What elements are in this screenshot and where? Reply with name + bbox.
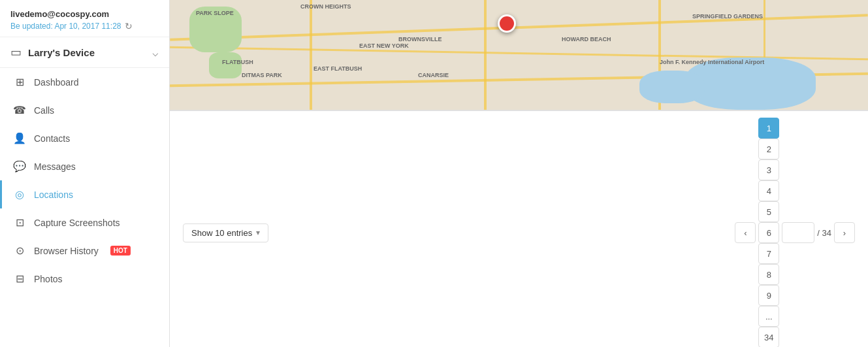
show-entries-label: Show 10 entries [191, 228, 252, 238]
nav-label-dashboard: Dashboard [34, 77, 79, 88]
device-row: ▭ Larry's Device ⌵ [0, 37, 169, 68]
show-entries-dropdown[interactable]: Show 10 entries ▾ [183, 223, 268, 242]
page-btn-6[interactable]: 6 [758, 222, 779, 243]
page-btn-1[interactable]: 1 [758, 118, 779, 139]
page-total-label: / 34 [817, 228, 831, 238]
contacts-icon: 👤 [13, 132, 26, 144]
page-btn-7[interactable]: 7 [758, 243, 779, 264]
screenshots-icon: ⊡ [13, 216, 26, 229]
page-btn-34[interactable]: 34 [758, 327, 779, 347]
browser-icon: ⊙ [13, 244, 26, 257]
nav-label-messages: Messages [34, 161, 76, 172]
map-label-eastflatbush: EAST FLATBUSH [313, 65, 362, 72]
nav-label-browser-history: Browser History [34, 246, 99, 256]
update-text: Be updated: Apr 10, 2017 11:28 [10, 22, 121, 31]
page-number-input[interactable] [782, 222, 814, 243]
nav-label-contacts: Contacts [34, 133, 70, 144]
locations-icon: ◎ [13, 188, 26, 201]
nav-label-capture-screenshots: Capture Screenshots [34, 218, 120, 228]
calls-icon: ☎ [13, 104, 26, 116]
hot-badge: HOT [110, 246, 131, 256]
map-background: PARK SLOPE CROWN HEIGHTS BROWNSVILLE HOW… [170, 0, 868, 110]
device-name: Larry's Device [28, 47, 146, 58]
refresh-icon[interactable]: ↻ [125, 21, 133, 31]
map-label-crownheights: CROWN HEIGHTS [300, 3, 351, 10]
sidebar-item-dashboard[interactable]: ⊞ Dashboard [0, 68, 169, 96]
chevron-down-icon[interactable]: ⌵ [152, 46, 159, 59]
sidebar-update: Be updated: Apr 10, 2017 11:28 ↻ [10, 21, 159, 31]
sidebar-item-messages[interactable]: 💬 Messages [0, 152, 169, 180]
pagination-controls: ‹ 123456789...34 / 34 › [735, 118, 855, 347]
dashboard-icon: ⊞ [13, 76, 26, 88]
next-page-button[interactable]: › [834, 222, 855, 243]
page-btn-4[interactable]: 4 [758, 180, 779, 201]
prev-page-button[interactable]: ‹ [735, 222, 756, 243]
nav-container: ⊞ Dashboard ☎ Calls 👤 Contacts 💬 Message… [0, 68, 169, 293]
map-area: PARK SLOPE CROWN HEIGHTS BROWNSVILLE HOW… [170, 0, 868, 110]
sidebar-item-calls[interactable]: ☎ Calls [0, 96, 169, 124]
map-label-ditmaspark: DITMAS PARK [242, 72, 282, 78]
show-entries-arrow-icon: ▾ [256, 228, 260, 237]
page-btn-3[interactable]: 3 [758, 159, 779, 180]
sidebar-item-locations[interactable]: ◎ Locations [0, 180, 169, 208]
map-label-brownsville: BROWNSVILLE [398, 36, 442, 42]
map-label-canarsie: CANARSIE [418, 72, 449, 78]
page-btn-5[interactable]: 5 [758, 201, 779, 222]
nav-label-locations: Locations [34, 190, 73, 200]
messages-icon: 💬 [13, 160, 26, 173]
map-label-howardbeach: HOWARD BEACH [562, 36, 611, 42]
device-icon: ▭ [10, 45, 22, 59]
photos-icon: ⊟ [13, 273, 26, 285]
pagination-area: Show 10 entries ▾ ‹ 123456789...34 / 34 … [170, 110, 868, 347]
nav-label-calls: Calls [34, 105, 54, 116]
sidebar: livedemo@cocospy.com Be updated: Apr 10,… [0, 0, 170, 347]
page-ellipsis[interactable]: ... [758, 306, 779, 327]
page-btn-9[interactable]: 9 [758, 285, 779, 306]
sidebar-header: livedemo@cocospy.com Be updated: Apr 10,… [0, 0, 169, 37]
main-content: PARK SLOPE CROWN HEIGHTS BROWNSVILLE HOW… [170, 0, 868, 347]
sidebar-item-capture-screenshots[interactable]: ⊡ Capture Screenshots [0, 208, 169, 237]
map-label-eastnewyork: EAST NEW YORK [359, 42, 409, 49]
sidebar-item-contacts[interactable]: 👤 Contacts [0, 124, 169, 152]
sidebar-item-photos[interactable]: ⊟ Photos [0, 265, 169, 293]
page-btn-8[interactable]: 8 [758, 264, 779, 285]
page-btn-2[interactable]: 2 [758, 139, 779, 159]
sidebar-email: livedemo@cocospy.com [10, 9, 159, 19]
sidebar-item-browser-history[interactable]: ⊙ Browser History HOT [0, 237, 169, 265]
nav-label-photos: Photos [34, 274, 63, 284]
page-buttons: 123456789...34 [758, 118, 779, 347]
